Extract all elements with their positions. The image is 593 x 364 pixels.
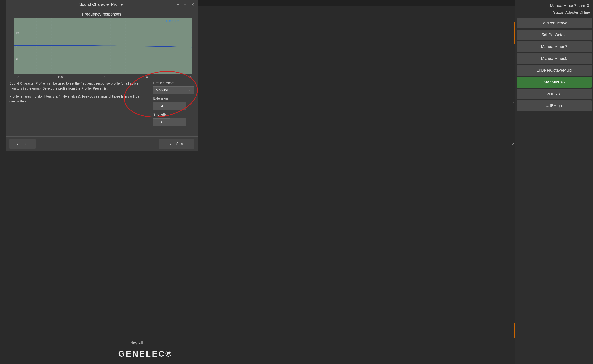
sidebar-header: ManualMinus7.sam ⚙	[515, 2, 593, 10]
sidebar-item-4dBHigh-label: 4dBHigh	[546, 104, 562, 108]
close-button[interactable]: ✕	[190, 2, 195, 7]
chart-container: dB 10 0 -10	[9, 18, 194, 74]
orange-accent-bar-1	[514, 22, 515, 44]
minimize-button[interactable]: −	[176, 2, 181, 7]
frequency-chart: 10 0 -10 Filter	[14, 18, 192, 73]
sidebar-item-ManualMinus5-label: ManualMinus5	[541, 56, 567, 61]
strength-minus-button[interactable]: -	[170, 118, 178, 126]
sidebar-item-2HFRoll[interactable]: 2HFRoll	[517, 89, 592, 99]
x-axis: 10 100 1k 10k Hz	[15, 74, 193, 79]
arrow-right-1: ›	[512, 100, 514, 106]
dropdown-arrow-icon: ⌄	[189, 88, 192, 92]
sidebar-item-ManualMinus5[interactable]: ManualMinus5	[517, 53, 592, 64]
strength-label: Strength	[153, 113, 194, 117]
x-label-10: 10	[15, 75, 19, 79]
genelec-logo: GENELEC®	[118, 349, 173, 358]
strength-stepper: -6 - +	[153, 118, 194, 126]
sidebar-status: Status: Adapter Offline	[515, 10, 593, 15]
chart-title: Frequency responses	[9, 12, 194, 17]
x-label-10k: 10k	[144, 75, 150, 79]
dialog-titlebar: Sound Character Profiler − + ✕	[6, 0, 198, 9]
orange-accent-bar-2	[514, 323, 515, 338]
right-sidebar: ManualMinus7.sam ⚙ Status: Adapter Offli…	[515, 0, 593, 364]
confirm-button[interactable]: Confirm	[159, 139, 194, 149]
content-area: Sound Character Profiler can be used to …	[6, 79, 198, 136]
x-label-1k: 1k	[102, 75, 105, 79]
extension-label: Extension	[153, 97, 194, 100]
sidebar-item-ManMinus6-label: ManMinus6	[544, 80, 565, 84]
sidebar-item-5dbPerOctave[interactable]: .5dbPerOctave	[517, 30, 592, 40]
sidebar-item-ManualMinus7-label: ManualMinus7	[541, 44, 567, 49]
extension-group: Extension -4 - +	[153, 97, 194, 110]
controls-panel: Profiler Preset Manual ⌄ Extension -4 - …	[153, 81, 194, 134]
svg-text:-10: -10	[15, 57, 19, 60]
profiler-preset-dropdown[interactable]: Manual ⌄	[153, 86, 194, 94]
profiler-preset-label: Profiler Preset	[153, 81, 194, 85]
x-label-hz: Hz	[188, 75, 193, 79]
cancel-button[interactable]: Cancel	[9, 139, 36, 149]
extension-minus-button[interactable]: -	[170, 102, 178, 110]
y-axis-label: dB	[9, 18, 13, 74]
dialog-controls: − + ✕	[176, 2, 195, 7]
sidebar-item-ManualMinus7[interactable]: ManualMinus7	[517, 41, 592, 52]
strength-plus-button[interactable]: +	[178, 118, 186, 126]
strength-value: -6	[153, 118, 170, 126]
chart-wrapper: 10 0 -10 Filter	[14, 18, 194, 74]
profiler-preset-group: Profiler Preset Manual ⌄	[153, 81, 194, 94]
chart-area: Frequency responses dB 10 0 -10	[6, 9, 198, 79]
extension-stepper: -4 - +	[153, 102, 194, 110]
play-all-label: Play All	[129, 341, 143, 345]
arrow-right-2: ›	[512, 140, 514, 146]
description-text-1: Sound Character Profiler can be used to …	[9, 81, 150, 91]
sidebar-item-1dbPerOctave-label: 1dBPerOctave	[541, 21, 567, 25]
description-text-2: Profiler shares monitor filters 3 & 4 (H…	[9, 94, 150, 104]
svg-text:0: 0	[16, 44, 17, 47]
maximize-button[interactable]: +	[183, 2, 187, 7]
sidebar-item-1dBPerOctaveMulti-label: 1dBPerOctaveMulti	[537, 68, 572, 72]
sidebar-item-1dBPerOctaveMulti[interactable]: 1dBPerOctaveMulti	[517, 65, 592, 76]
sidebar-item-4dBHigh[interactable]: 4dBHigh	[517, 100, 592, 111]
svg-text:10: 10	[16, 31, 19, 34]
sidebar-item-5dbPerOctave-label: .5dbPerOctave	[541, 32, 568, 37]
svg-text:Filter Sum: Filter Sum	[166, 20, 180, 23]
extension-value: -4	[153, 102, 170, 110]
description-panel: Sound Character Profiler can be used to …	[9, 81, 150, 134]
sidebar-item-2HFRoll-label: 2HFRoll	[547, 91, 561, 96]
extension-plus-button[interactable]: +	[178, 102, 186, 110]
strength-group: Strength -6 - +	[153, 113, 194, 126]
sound-character-profiler-dialog: Sound Character Profiler − + ✕ Frequency…	[6, 0, 198, 151]
sidebar-item-ManMinus6[interactable]: ManMinus6	[517, 77, 592, 88]
sidebar-item-1dbPerOctave[interactable]: 1dBPerOctave	[517, 18, 592, 28]
dialog-title: Sound Character Profiler	[79, 2, 124, 7]
x-label-100: 100	[58, 75, 63, 79]
profiler-preset-value: Manual	[156, 88, 189, 92]
dialog-footer: Cancel Confirm	[6, 136, 198, 151]
